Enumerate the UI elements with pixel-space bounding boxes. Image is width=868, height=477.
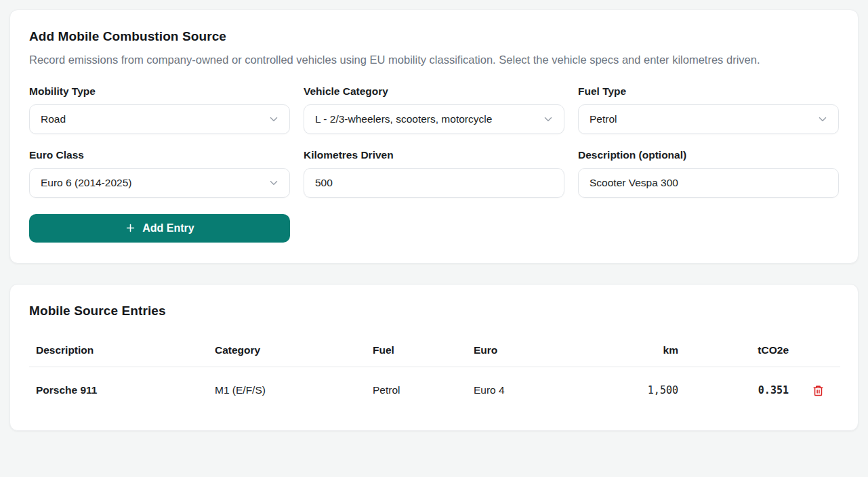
cell-tco2e: 0.351: [678, 367, 789, 411]
plus-icon: [125, 222, 136, 234]
header-category: Category: [215, 337, 373, 367]
mobility-type-value: Road: [41, 113, 66, 125]
header-actions: [789, 337, 840, 367]
entries-table-header-row: Description Category Fuel Euro km tCO2e: [29, 337, 840, 367]
kilometres-driven-input[interactable]: [304, 168, 564, 198]
fuel-type-select[interactable]: Petrol: [578, 104, 839, 134]
cell-actions: [789, 367, 840, 411]
fuel-type-label: Fuel Type: [578, 85, 839, 98]
add-entry-button-label: Add Entry: [142, 222, 194, 234]
table-row: Porsche 911 M1 (E/F/S) Petrol Euro 4 1,5…: [29, 367, 840, 411]
kilometres-driven-label: Kilometres Driven: [304, 149, 564, 161]
cell-euro: Euro 4: [474, 367, 575, 411]
add-entry-button[interactable]: Add Entry: [29, 214, 290, 243]
mobility-type-select[interactable]: Road: [29, 104, 290, 134]
delete-entry-button[interactable]: [811, 383, 825, 398]
chevron-down-icon: [817, 113, 829, 125]
header-euro: Euro: [474, 337, 575, 367]
header-description: Description: [29, 337, 215, 367]
vehicle-category-value: L - 2/3-wheelers, scooters, motorcycle: [315, 113, 492, 125]
field-description: Description (optional): [578, 149, 839, 198]
card-title: Add Mobile Combustion Source: [29, 29, 839, 44]
vehicle-category-select[interactable]: L - 2/3-wheelers, scooters, motorcycle: [304, 104, 564, 134]
field-mobility-type: Mobility Type Road: [29, 85, 290, 134]
header-tco2e: tCO2e: [678, 337, 789, 367]
chevron-down-icon: [268, 113, 280, 125]
fuel-type-value: Petrol: [590, 113, 617, 125]
cell-fuel: Petrol: [373, 367, 474, 411]
vehicle-category-label: Vehicle Category: [304, 85, 564, 98]
entries-table: Description Category Fuel Euro km tCO2e …: [29, 337, 840, 411]
cell-km: 1,500: [575, 367, 678, 411]
entries-card-title: Mobile Source Entries: [29, 304, 839, 318]
header-km: km: [575, 337, 678, 367]
trash-icon: [812, 385, 824, 396]
card-subtitle: Record emissions from company-owned or c…: [29, 51, 829, 69]
mobile-source-entries-card: Mobile Source Entries Description Catego…: [9, 284, 859, 431]
euro-class-label: Euro Class: [29, 149, 290, 161]
mobility-type-label: Mobility Type: [29, 85, 290, 98]
header-fuel: Fuel: [373, 337, 474, 367]
euro-class-value: Euro 6 (2014-2025): [41, 177, 131, 189]
form-grid: Mobility Type Road Vehicle Category L - …: [29, 85, 839, 243]
add-mobile-combustion-source-card: Add Mobile Combustion Source Record emis…: [9, 9, 859, 264]
description-input[interactable]: [578, 168, 839, 198]
field-vehicle-category: Vehicle Category L - 2/3-wheelers, scoot…: [304, 85, 564, 134]
field-euro-class: Euro Class Euro 6 (2014-2025): [29, 149, 290, 198]
field-kilometres-driven: Kilometres Driven: [304, 149, 564, 198]
description-label: Description (optional): [578, 149, 839, 161]
euro-class-select[interactable]: Euro 6 (2014-2025): [29, 168, 290, 198]
chevron-down-icon: [268, 177, 280, 189]
chevron-down-icon: [542, 113, 554, 125]
field-fuel-type: Fuel Type Petrol: [578, 85, 839, 134]
cell-description: Porsche 911: [29, 367, 215, 411]
cell-category: M1 (E/F/S): [215, 367, 373, 411]
